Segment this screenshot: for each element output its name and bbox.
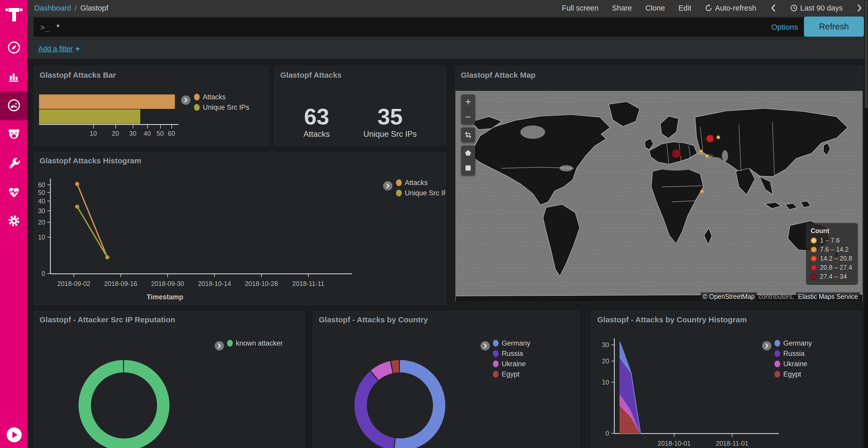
time-forward-button[interactable] [856, 4, 863, 12]
band-divider [28, 39, 868, 39]
donut-slice-known-attacker[interactable] [85, 366, 163, 445]
scrollbar[interactable] [864, 0, 868, 448]
sidebar-item-visualize[interactable] [0, 63, 28, 91]
map-polygon-filter-button[interactable] [461, 145, 475, 161]
sidebar-item-discover[interactable] [0, 34, 28, 63]
donut-chart[interactable] [34, 311, 304, 448]
legend-item[interactable]: Egypt [493, 371, 530, 378]
legend-color-dot [194, 94, 200, 100]
refresh-button[interactable]: Refresh [804, 16, 864, 37]
play-icon [12, 432, 18, 438]
edit-button[interactable]: Edit [678, 4, 691, 12]
map-legend-item: 27.4 – 34 [811, 273, 852, 280]
legend-toggle-button[interactable] [480, 341, 490, 350]
clone-button[interactable]: Clone [645, 4, 665, 12]
legend-item[interactable]: Attacks [396, 179, 446, 186]
legend-toggle-button[interactable] [383, 181, 393, 191]
attack-point[interactable] [672, 149, 681, 158]
time-range-picker[interactable]: Last 90 days [790, 4, 843, 12]
legend-item[interactable]: Russia [774, 350, 812, 357]
breadcrumb-dashboard-link[interactable]: Dashboard [34, 4, 71, 12]
query-options-link[interactable]: Options [771, 23, 798, 32]
legend-toggle-button[interactable] [762, 341, 771, 350]
hbar-chart[interactable]: 102030405060 [39, 95, 175, 125]
add-filter-button[interactable]: Add a filter + [34, 42, 85, 55]
legend-item[interactable]: Unique Src IPs [194, 104, 249, 111]
legend-toggle-button[interactable] [215, 341, 224, 350]
map-legend-item: 1 – 7.6 [811, 237, 852, 244]
attack-point[interactable] [700, 150, 703, 153]
map-zoom-in-button[interactable]: + [461, 95, 475, 109]
legend-item[interactable]: Germany [493, 340, 530, 347]
map-legend-dot [811, 237, 817, 244]
legend: known attacker [227, 340, 283, 347]
map-legend-item: 7.6 – 14.2 [811, 246, 852, 253]
ems-link[interactable]: Elastic Maps Service [796, 292, 860, 301]
legend-item[interactable]: Unique Src IPs [396, 189, 446, 197]
sidebar [0, 0, 28, 448]
sidebar-item-management[interactable] [0, 207, 28, 236]
attack-point[interactable] [707, 135, 714, 142]
map-attribution: © OpenStreetMap contributors, Elastic Ma… [701, 293, 860, 300]
breadcrumb-current: Glastopf [80, 4, 108, 12]
legend-item[interactable]: Egypt [774, 371, 812, 378]
metric-label: Attacks [304, 130, 330, 139]
map-fit-bounds-button[interactable] [461, 128, 475, 142]
legend-color-dot [396, 179, 402, 186]
map-rect-filter-button[interactable] [461, 161, 475, 175]
svg-text:50: 50 [38, 189, 45, 196]
attribution-text: contributors, [758, 293, 794, 300]
clock-icon [790, 4, 798, 12]
sidebar-item-tpot[interactable] [0, 120, 28, 149]
legend-item[interactable]: Ukraine [493, 360, 530, 368]
sidebar-item-monitoring[interactable] [0, 178, 28, 207]
world-map[interactable]: + − Count [456, 91, 863, 302]
brand-logo[interactable] [0, 0, 28, 34]
legend-item[interactable]: known attacker [227, 340, 283, 347]
donut-chart[interactable] [313, 311, 580, 448]
attack-point[interactable] [706, 154, 709, 158]
world-map-svg [456, 91, 863, 302]
legend-item[interactable]: Germany [774, 340, 812, 347]
share-button[interactable]: Share [612, 4, 632, 12]
legend-label: Russia [502, 350, 523, 358]
auto-refresh-button[interactable]: Auto-refresh [705, 4, 756, 12]
legend-toggle-button[interactable] [181, 96, 190, 105]
legend-item[interactable]: Attacks [194, 94, 249, 101]
map-zoom-out-button[interactable]: − [461, 109, 475, 125]
svg-text:20: 20 [602, 357, 609, 365]
legend-item[interactable]: Russia [493, 350, 530, 357]
bar-attacks[interactable] [39, 95, 175, 109]
svg-text:0: 0 [606, 430, 609, 437]
gauge-icon [7, 98, 21, 113]
attack-point[interactable] [717, 136, 720, 139]
legend-color-dot [396, 190, 402, 196]
query-bar[interactable]: >_ * Options [34, 18, 805, 37]
terminal-prompt-icon: >_ [40, 23, 50, 32]
kibana-dashboard-app: Dashboard / Glastopf Full screen Share C… [0, 0, 868, 448]
attack-point[interactable] [701, 190, 704, 193]
legend-item[interactable]: Ukraine [774, 360, 812, 368]
query-input[interactable]: * [56, 23, 771, 32]
legend-label: Ukraine [783, 360, 807, 368]
panel-title: Glastopf - Attacks by Country Histogram [597, 315, 747, 324]
time-back-button[interactable] [770, 4, 777, 12]
collapse-nav-button[interactable] [7, 427, 22, 442]
sidebar-item-devtools[interactable] [0, 149, 28, 178]
stacked-area-chart[interactable]: 01020302018-10-012018-11-01Timestamp [592, 311, 861, 448]
map-legend-label: 14.2 – 20.8 [820, 255, 852, 262]
line-chart[interactable]: 01020304050602018-09-022018-09-162018-09… [34, 152, 445, 305]
panel-attacks-by-country: Glastopf - Attacks by Country GermanyRus… [313, 311, 580, 448]
legend-label: Egypt [783, 370, 801, 378]
panel-attacks-histogram: Glastopf Attacks Histogram 0102030405060… [34, 152, 446, 305]
full-screen-button[interactable]: Full screen [562, 4, 598, 12]
sidebar-item-dashboard[interactable] [0, 91, 28, 120]
panel-title: Glastopf Attacks [280, 71, 342, 79]
svg-text:0: 0 [41, 270, 45, 277]
legend-label: known attacker [236, 339, 283, 347]
osm-link[interactable]: © OpenStreetMap [701, 292, 757, 301]
legend: GermanyRussiaUkraineEgypt [774, 340, 812, 378]
compass-icon [7, 40, 21, 56]
bar-unique-src-ips[interactable] [39, 109, 140, 124]
panel-title: Glastopf - Attacks by Country [319, 315, 428, 324]
